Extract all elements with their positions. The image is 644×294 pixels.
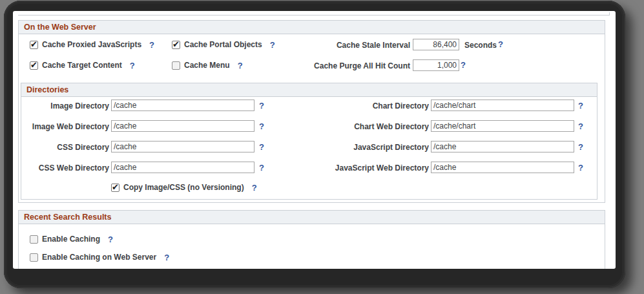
- checkbox-cache-target-content[interactable]: [30, 61, 38, 70]
- help-icon[interactable]: ?: [259, 163, 264, 173]
- help-icon[interactable]: ?: [164, 253, 169, 262]
- checkbox-row: Cache Target Content ?: [30, 59, 135, 71]
- checkbox-label: Cache Proxied JavaScripts: [42, 40, 141, 49]
- help-icon[interactable]: ?: [259, 142, 264, 152]
- section-title-directories: Directories: [21, 83, 597, 97]
- checkbox-label: Copy Image/CSS (no Versioning): [123, 183, 244, 192]
- checkbox-cache-menu[interactable]: [172, 61, 180, 70]
- help-icon[interactable]: ?: [238, 61, 243, 70]
- checkbox-row: Copy Image/CSS (no Versioning) ?: [111, 182, 257, 193]
- css-directory-input[interactable]: [111, 141, 254, 152]
- group-box-web-server: On the Web Server Cache Proxied JavaScri…: [18, 20, 605, 203]
- checkbox-label: Enable Caching: [42, 235, 100, 244]
- css-web-directory-input[interactable]: [111, 162, 254, 173]
- checkbox-cache-proxied-javascripts[interactable]: [30, 41, 38, 49]
- help-icon[interactable]: ?: [259, 121, 264, 131]
- page-content: On the Web Server Cache Proxied JavaScri…: [13, 11, 616, 269]
- help-icon[interactable]: ?: [130, 61, 135, 70]
- group-box-recent-search-results: Recent Search Results Enable Caching ? E…: [18, 210, 605, 269]
- field-label-javascript-web-directory: JavaScript Web Directory: [325, 163, 429, 173]
- checkbox-enable-caching[interactable]: [30, 235, 38, 244]
- help-icon[interactable]: ?: [578, 101, 583, 110]
- field-label-chart-directory: Chart Directory: [325, 101, 429, 110]
- checkbox-label: Cache Menu: [184, 61, 230, 70]
- checkbox-label: Enable Caching on Web Server: [42, 253, 156, 262]
- section-title-web-server: On the Web Server: [19, 21, 605, 34]
- checkbox-enable-caching-on-web-server[interactable]: [30, 253, 38, 262]
- help-icon[interactable]: ?: [108, 235, 113, 244]
- image-web-directory-input[interactable]: [111, 120, 254, 132]
- chart-web-directory-input[interactable]: [431, 120, 574, 132]
- checkbox-row: Cache Proxied JavaScripts ?: [30, 39, 154, 50]
- checkbox-copy-image-css[interactable]: [111, 184, 119, 192]
- clipped-section-border: [18, 15, 610, 16]
- image-directory-input[interactable]: [111, 100, 254, 111]
- help-icon[interactable]: ?: [578, 121, 583, 131]
- field-label-css-directory: CSS Directory: [28, 143, 109, 152]
- field-label-cache-purge-all-hit-count: Cache Purge All Hit Count: [303, 61, 410, 70]
- field-label-cache-stale-interval: Cache Stale Interval: [303, 41, 410, 50]
- javascript-directory-input[interactable]: [431, 141, 574, 152]
- checkbox-row: Cache Portal Objects ?: [172, 39, 275, 50]
- help-icon[interactable]: ?: [498, 39, 503, 49]
- help-icon[interactable]: ?: [149, 40, 154, 50]
- field-label-css-web-directory: CSS Web Directory: [28, 163, 109, 173]
- javascript-web-directory-input[interactable]: [431, 162, 574, 173]
- help-icon[interactable]: ?: [578, 163, 583, 173]
- help-icon[interactable]: ?: [259, 101, 264, 110]
- help-icon[interactable]: ?: [578, 142, 583, 152]
- help-icon[interactable]: ?: [270, 40, 275, 50]
- field-label-javascript-directory: JavaScript Directory: [325, 143, 429, 152]
- checkbox-row: Enable Caching on Web Server ?: [30, 251, 169, 263]
- field-unit-seconds: Seconds: [464, 41, 497, 50]
- checkbox-label: Cache Portal Objects: [184, 40, 262, 49]
- group-box-directories: Directories Image Directory ? Image Web …: [21, 83, 597, 200]
- help-icon[interactable]: ?: [252, 183, 257, 193]
- cache-stale-interval-input[interactable]: [413, 39, 459, 50]
- field-label-image-web-directory: Image Web Directory: [28, 122, 109, 131]
- cache-purge-all-hit-count-input[interactable]: [413, 59, 459, 71]
- checkbox-row: Enable Caching ?: [30, 233, 113, 245]
- checkbox-row: Cache Menu ?: [172, 59, 243, 71]
- window-frame: On the Web Server Cache Proxied JavaScri…: [4, 1, 625, 288]
- field-label-image-directory: Image Directory: [28, 101, 109, 110]
- chart-directory-input[interactable]: [431, 100, 574, 111]
- field-label-chart-web-directory: Chart Web Directory: [325, 122, 429, 131]
- section-title-recent-search-results: Recent Search Results: [19, 211, 605, 224]
- checkbox-cache-portal-objects[interactable]: [172, 41, 180, 49]
- help-icon[interactable]: ?: [461, 60, 466, 70]
- checkbox-label: Cache Target Content: [42, 61, 122, 70]
